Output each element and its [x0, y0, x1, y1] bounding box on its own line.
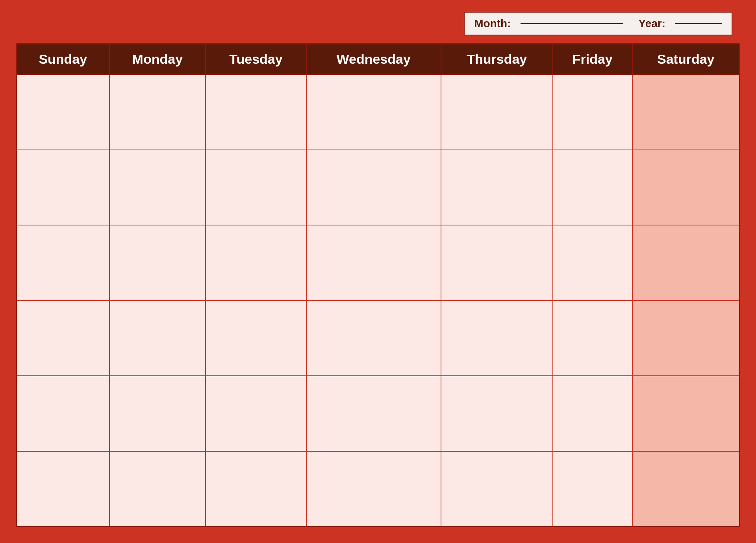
header-friday: Friday [553, 44, 632, 75]
cell-4-sun[interactable] [17, 301, 109, 376]
cell-6-fri[interactable] [553, 451, 632, 527]
cell-6-sun[interactable] [17, 451, 109, 527]
cell-5-mon[interactable] [109, 376, 206, 451]
cell-2-wed[interactable] [306, 150, 441, 225]
cell-5-thu[interactable] [441, 376, 553, 451]
cell-6-mon[interactable] [109, 451, 206, 527]
cell-1-thu[interactable] [441, 74, 553, 150]
cell-1-wed[interactable] [306, 74, 441, 150]
header-sunday: Sunday [17, 44, 109, 75]
cell-1-fri[interactable] [553, 74, 632, 150]
cell-2-thu[interactable] [441, 150, 553, 225]
cell-2-fri[interactable] [553, 150, 632, 225]
cell-3-sat[interactable] [632, 225, 740, 301]
calendar-row-1 [17, 74, 740, 150]
cell-2-mon[interactable] [109, 150, 206, 225]
cell-1-tue[interactable] [206, 74, 306, 150]
calendar-wrapper: Sunday Monday Tuesday Wednesday Thursday… [16, 43, 740, 543]
calendar-row-6 [17, 451, 740, 527]
cell-5-fri[interactable] [553, 376, 632, 451]
year-underline [675, 23, 722, 24]
calendar-row-3 [17, 225, 740, 301]
header-saturday: Saturday [632, 44, 740, 75]
month-underline [521, 23, 623, 24]
cell-4-fri[interactable] [553, 301, 632, 376]
cell-6-wed[interactable] [306, 451, 441, 527]
cell-1-sun[interactable] [17, 74, 109, 150]
cell-6-tue[interactable] [206, 451, 306, 527]
cell-6-thu[interactable] [441, 451, 553, 527]
cell-2-sat[interactable] [632, 150, 740, 225]
calendar-row-4 [17, 301, 740, 376]
cell-1-mon[interactable] [109, 74, 206, 150]
calendar-row-5 [17, 376, 740, 451]
calendar-table: Sunday Monday Tuesday Wednesday Thursday… [16, 43, 740, 527]
header-wednesday: Wednesday [306, 44, 441, 75]
cell-2-sun[interactable] [17, 150, 109, 225]
year-label: Year: [639, 17, 666, 30]
cell-2-tue[interactable] [206, 150, 306, 225]
header-thursday: Thursday [441, 44, 553, 75]
cell-6-sat[interactable] [632, 451, 740, 527]
header-monday: Monday [109, 44, 206, 75]
cell-5-tue[interactable] [206, 376, 306, 451]
cell-5-sun[interactable] [17, 376, 109, 451]
month-label: Month: [474, 17, 511, 30]
cell-3-fri[interactable] [553, 225, 632, 301]
header-area: Month: Year: [0, 0, 756, 43]
cell-3-tue[interactable] [206, 225, 306, 301]
cell-4-wed[interactable] [306, 301, 441, 376]
header-tuesday: Tuesday [206, 44, 306, 75]
header-row: Sunday Monday Tuesday Wednesday Thursday… [17, 44, 740, 75]
cell-4-thu[interactable] [441, 301, 553, 376]
cell-4-tue[interactable] [206, 301, 306, 376]
cell-3-thu[interactable] [441, 225, 553, 301]
calendar-row-2 [17, 150, 740, 225]
cell-5-sat[interactable] [632, 376, 740, 451]
cell-3-mon[interactable] [109, 225, 206, 301]
cell-3-sun[interactable] [17, 225, 109, 301]
month-year-container: Month: Year: [464, 12, 732, 35]
cell-1-sat[interactable] [632, 74, 740, 150]
cell-4-mon[interactable] [109, 301, 206, 376]
cell-5-wed[interactable] [306, 376, 441, 451]
cell-4-sat[interactable] [632, 301, 740, 376]
cell-3-wed[interactable] [306, 225, 441, 301]
